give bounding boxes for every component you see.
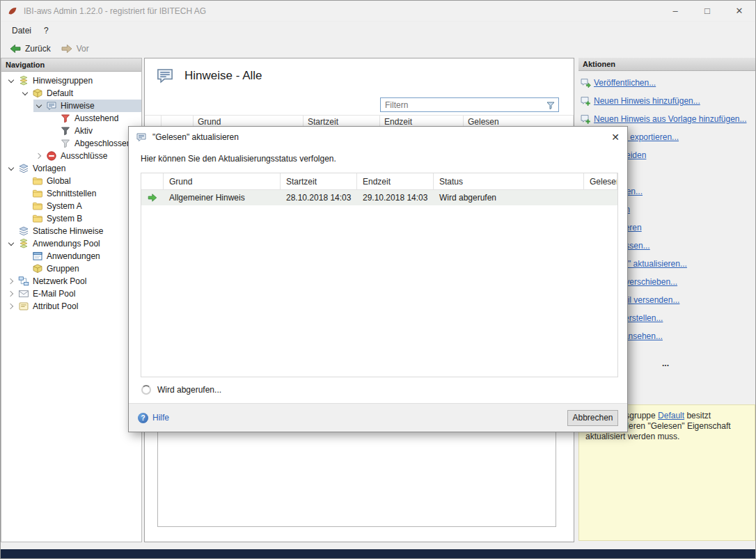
chevron-down-icon[interactable]: [6, 239, 16, 249]
help-link[interactable]: Hilfe: [138, 413, 169, 423]
tree-item-schnittstellen[interactable]: Schnittstellen: [1, 187, 141, 200]
tree-item-label: Anwendungen: [45, 251, 100, 261]
chevron-right-icon[interactable]: [33, 151, 44, 162]
dialog-column-status[interactable]: Status: [434, 173, 584, 189]
content-column-icon-1[interactable]: [162, 116, 194, 127]
tree-item-attribut-pool[interactable]: Attribut Pool: [1, 300, 141, 313]
dialog-table-row[interactable]: Allgemeiner Hinweis28.10.2018 14:0329.10…: [141, 190, 617, 205]
navigation-panel: Navigation HinweisgruppenDefaultHinweise…: [1, 58, 142, 542]
dialog-table-body: Allgemeiner Hinweis28.10.2018 14:0329.10…: [141, 190, 617, 205]
window-title: IBI-aws Admin 1.22.0 - registriert für I…: [24, 6, 659, 16]
tree-item-gruppen[interactable]: Gruppen: [1, 262, 141, 275]
chevron-right-icon[interactable]: [6, 289, 16, 299]
dialog-column-endzeit[interactable]: Endzeit: [357, 173, 434, 189]
chevron-spacer: [19, 264, 30, 274]
filter-input[interactable]: [381, 100, 545, 110]
tree-item-system-a[interactable]: System A: [1, 200, 141, 212]
chevron-spacer: [47, 126, 58, 136]
menu-help[interactable]: ?: [38, 23, 55, 38]
menubar: Datei ?: [1, 22, 755, 39]
menu-datei[interactable]: Datei: [6, 23, 38, 38]
tree-item-label: Vorlagen: [31, 164, 65, 173]
back-arrow-icon: [9, 42, 22, 55]
dialog-column-gelesen[interactable]: Gelesen: [584, 173, 617, 189]
chevron-down-icon[interactable]: [33, 101, 44, 111]
row-cell-startzeit: 28.10.2018 14:03: [281, 190, 357, 205]
window-bottom-edge: [1, 549, 755, 558]
cancel-button[interactable]: Abbrechen: [567, 410, 618, 426]
tree-item-system-b[interactable]: System B: [1, 212, 141, 225]
actions-panel-header: Aktionen: [578, 58, 755, 71]
app-window: { "window": { "title": "IBI-aws Admin 1.…: [0, 0, 756, 559]
tree-item-hinweise[interactable]: Hinweise: [1, 100, 141, 112]
chevron-spacer: [47, 113, 58, 124]
dialog-close-button[interactable]: ✕: [604, 127, 627, 148]
action-neuen-hinweis-aus-vorlage-hinzufügen[interactable]: Neuen Hinweis aus Vorlage hinzufügen...: [580, 114, 751, 125]
tree-item-statische-hinweise[interactable]: Statische Hinweise: [1, 225, 141, 237]
action-veröffentlichen[interactable]: Veröffentlichen...: [580, 78, 751, 88]
minimize-button[interactable]: –: [659, 1, 691, 21]
maximize-button[interactable]: □: [691, 1, 723, 21]
tree-item-ausstehend[interactable]: Ausstehend: [1, 112, 141, 125]
tree-item-label: Netzwerk Pool: [31, 276, 86, 286]
tree-item-label: Statische Hinweise: [31, 226, 103, 236]
tree-item-abgeschlossen[interactable]: Abgeschlossen: [1, 137, 141, 150]
tree-indent: [1, 137, 47, 150]
tree-item-e-mail-pool[interactable]: E-Mail Pool: [1, 288, 141, 300]
tree-item-content: Vorlagen: [6, 162, 141, 175]
info-box-default-link[interactable]: Default: [658, 411, 684, 420]
tree-item-anwendungs-pool[interactable]: Anwendungs Pool: [1, 237, 141, 250]
content-column-grund[interactable]: Grund: [194, 116, 304, 127]
folder-icon: [32, 200, 43, 212]
tree-indent: [1, 100, 33, 112]
tree-item-netzwerk-pool[interactable]: Netzwerk Pool: [1, 275, 141, 288]
chevron-right-icon[interactable]: [6, 301, 16, 312]
tree-item-aktiv[interactable]: Aktiv: [1, 125, 141, 137]
content-column-endzeit[interactable]: Endzeit: [380, 116, 464, 127]
forward-button[interactable]: Vor: [56, 40, 94, 57]
chevron-down-icon[interactable]: [6, 164, 16, 174]
tree-indent: [1, 187, 19, 200]
dialog-column-icon[interactable]: [141, 173, 164, 189]
app-logo-icon: [7, 6, 18, 17]
filter-box: [380, 97, 559, 112]
content-column-gelesen[interactable]: Gelesen: [464, 116, 574, 127]
chevron-down-icon[interactable]: [19, 88, 30, 99]
tree-item-label: Abgeschlossen: [73, 139, 131, 148]
content-column-icon-0[interactable]: [145, 116, 162, 127]
toolbar: Zurück Vor: [1, 39, 755, 58]
dialog-status-text: Wird abgerufen...: [157, 385, 221, 395]
chevron-right-icon[interactable]: [6, 276, 16, 287]
tree-indent: [1, 175, 19, 187]
filter-funnel-icon[interactable]: [545, 100, 556, 111]
tree-item-content: Aktiv: [47, 125, 141, 137]
dialog-column-grund[interactable]: Grund: [164, 173, 281, 189]
action-label: Veröffentlichen...: [594, 78, 656, 88]
tree-item-default[interactable]: Default: [1, 87, 141, 100]
action-label: ...: [662, 359, 669, 369]
tree-item-content: Anwendungs Pool: [6, 237, 141, 250]
tree-item-global[interactable]: Global: [1, 175, 141, 187]
back-button-label: Zurück: [25, 44, 51, 54]
tree-item-label: Anwendungs Pool: [31, 239, 100, 249]
tree-item-vorlagen[interactable]: Vorlagen: [1, 162, 141, 175]
chevron-spacer: [19, 214, 30, 224]
tree-item-hinweisgruppen[interactable]: Hinweisgruppen: [1, 74, 141, 87]
loading-spinner-icon: [141, 385, 151, 395]
chevron-spacer: [19, 251, 30, 262]
mail-icon: [18, 288, 29, 299]
dialog-status-row: Wird abgerufen...: [141, 385, 221, 395]
forward-arrow-icon: [61, 42, 73, 55]
tree-item-content: E-Mail Pool: [6, 288, 141, 300]
content-column-startzeit[interactable]: Startzeit: [304, 116, 380, 127]
dialog-title: "Gelesen" aktualisieren: [152, 132, 604, 142]
close-button[interactable]: ✕: [723, 1, 755, 21]
titlebar: IBI-aws Admin 1.22.0 - registriert für I…: [1, 1, 755, 22]
tree-item-anwendungen[interactable]: Anwendungen: [1, 250, 141, 262]
dialog-column-startzeit[interactable]: Startzeit: [281, 173, 357, 189]
chevron-down-icon[interactable]: [6, 76, 16, 86]
action-neuen-hinweis-hinzufügen[interactable]: Neuen Hinweis hinzufügen...: [580, 96, 751, 107]
tree-item-ausschlüsse[interactable]: Ausschlüsse: [1, 150, 141, 162]
back-button[interactable]: Zurück: [4, 40, 56, 57]
tree-item-content: System B: [19, 212, 141, 225]
